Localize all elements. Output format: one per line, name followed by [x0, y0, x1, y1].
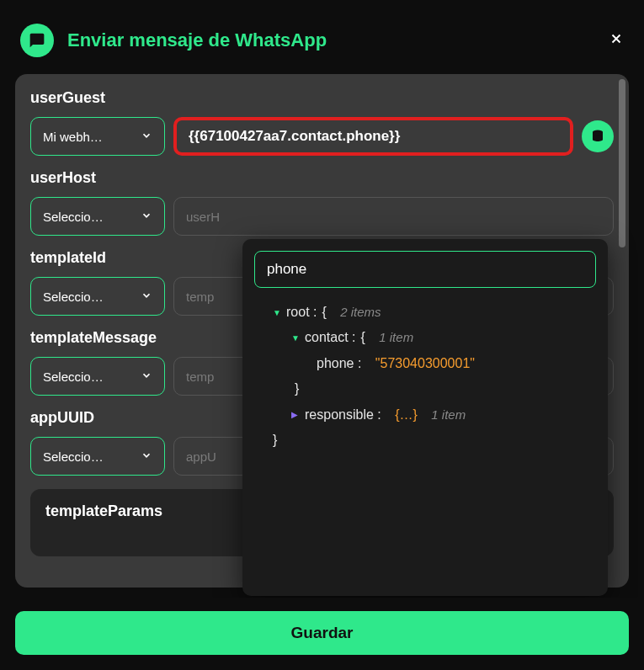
brace-open: {	[322, 300, 326, 325]
tree-node-contact[interactable]: ▼ contact : { 1 item	[254, 325, 596, 350]
tree-key: phone :	[317, 351, 361, 376]
label-userguest: userGuest	[30, 89, 614, 107]
select-templatemessage[interactable]: Seleccio…	[30, 357, 165, 396]
chevron-down-icon	[141, 449, 152, 464]
tree-brace-close: }	[254, 376, 596, 401]
tree-key: responsible :	[305, 402, 381, 428]
tree-brace-close-root: }	[254, 428, 596, 453]
variable-picker-popover: ▼ root : { 2 items ▼ contact : { 1 item …	[242, 239, 608, 596]
brace-close: }	[295, 376, 299, 401]
select-templatemessage-value: Seleccio…	[43, 370, 104, 384]
caret-down-icon: ▼	[273, 305, 281, 321]
brace-close: }	[273, 428, 277, 453]
field-userhost: userHost Seleccio…	[30, 169, 614, 236]
tree-count: 2 items	[340, 300, 381, 325]
chevron-down-icon	[141, 210, 152, 224]
tree-count: 1 item	[431, 403, 466, 428]
tree-value: "573040300001"	[375, 351, 475, 376]
tree-count: 1 item	[379, 326, 413, 350]
variable-search-input[interactable]	[254, 251, 596, 288]
chevron-down-icon	[141, 370, 152, 384]
caret-right-icon: ▶	[291, 407, 300, 423]
chevron-down-icon	[141, 290, 152, 304]
select-appuuid[interactable]: Seleccio…	[30, 437, 165, 476]
select-userguest[interactable]: Mi webh…	[30, 117, 165, 156]
save-button[interactable]: Guardar	[15, 611, 629, 655]
modal-footer: Guardar	[0, 598, 644, 670]
select-userguest-value: Mi webh…	[43, 130, 103, 144]
tree-node-responsible[interactable]: ▶ responsible : {…} 1 item	[254, 402, 596, 428]
field-userguest: userGuest Mi webh…	[30, 89, 614, 156]
close-button[interactable]	[609, 31, 624, 51]
caret-down-icon: ▼	[291, 330, 300, 346]
tree-collapsed: {…}	[395, 402, 418, 428]
select-appuuid-value: Seleccio…	[43, 449, 104, 464]
modal-title: Enviar mensaje de WhatsApp	[67, 29, 595, 51]
label-userhost: userHost	[30, 169, 614, 187]
row-userhost: Seleccio…	[30, 197, 614, 236]
variable-tree: ▼ root : { 2 items ▼ contact : { 1 item …	[254, 300, 596, 453]
scrollbar-thumb[interactable]	[619, 79, 625, 247]
input-userhost[interactable]	[173, 197, 614, 236]
select-userhost-value: Seleccio…	[43, 210, 104, 224]
whatsapp-chat-icon	[20, 24, 54, 57]
tree-node-phone[interactable]: phone : "573040300001"	[254, 351, 596, 376]
content-area: userGuest Mi webh… userHost	[0, 74, 644, 598]
tree-key: root :	[286, 300, 317, 325]
tree-node-root[interactable]: ▼ root : { 2 items	[254, 300, 596, 325]
select-templateid-value: Seleccio…	[43, 290, 104, 304]
select-templateid[interactable]: Seleccio…	[30, 277, 165, 316]
variable-picker-button[interactable]	[582, 120, 614, 152]
tree-key: contact :	[305, 325, 355, 350]
modal-header: Enviar mensaje de WhatsApp	[0, 0, 644, 74]
brace-open: {	[360, 325, 365, 350]
select-userhost[interactable]: Seleccio…	[30, 197, 165, 236]
row-userguest: Mi webh…	[30, 117, 614, 156]
modal-container: Enviar mensaje de WhatsApp userGuest Mi …	[0, 0, 644, 670]
chevron-down-icon	[141, 130, 152, 144]
input-userguest[interactable]	[173, 117, 573, 156]
